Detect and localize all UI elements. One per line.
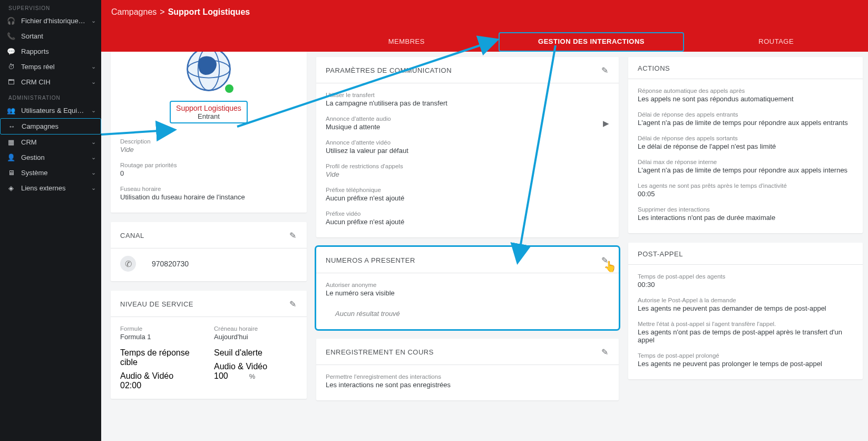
- sidebar-item-label: Fichier d'historique des in…: [21, 17, 86, 25]
- recording-card: ENREGISTREMENT EN COURS ✎ Permettre l'en…: [316, 339, 619, 400]
- value-priority-routing: 0: [120, 169, 297, 177]
- tabs: MEMBRES GESTION DES INTERACTIONS ROUTAGE: [315, 32, 868, 52]
- sidebar-icon: 👥: [6, 107, 16, 114]
- comm-title: PARAMÈTRES DE COMMUNICATION: [326, 66, 598, 74]
- channel-edit-icon[interactable]: ✎: [286, 229, 299, 242]
- numbers-card: NUMEROS A PRESENTER ✎ 👆 Autoriser anonym…: [316, 247, 619, 329]
- header-bar: Campagnes > Support Logistiques MEMBRES …: [101, 0, 868, 52]
- tab-membres[interactable]: MEMBRES: [315, 32, 499, 52]
- status-dot-active: [223, 83, 235, 94]
- value-acw-ondemand: Les agents ne peuvent pas demander de te…: [638, 304, 853, 312]
- value-outbound-delay: Le délai de réponse de l'appel n'est pas…: [638, 142, 853, 150]
- sidebar-icon: ▦: [6, 138, 16, 146]
- label-acw-extend: Temps de post-appel prolongé: [638, 352, 853, 359]
- value-delete-interactions: Les interactions n'ont pas de durée maxi…: [638, 214, 853, 222]
- label-description: Description: [120, 138, 297, 145]
- sidebar-section-administration: ADMINISTRATION: [0, 90, 101, 103]
- service-edit-icon[interactable]: ✎: [286, 298, 299, 310]
- sidebar-item-fichier-d-historique-des-in[interactable]: 🎧Fichier d'historique des in…⌄: [0, 13, 101, 28]
- sidebar-item-rapports[interactable]: 💬Rapports: [0, 44, 101, 59]
- summary-card: ⟳ ✎ ⋮: [111, 52, 307, 213]
- campaign-direction: Entrant: [176, 112, 241, 120]
- label-inbound-delay: Délai de réponse des appels entrants: [638, 111, 853, 118]
- campaign-avatar: [111, 52, 307, 98]
- chevron-down-icon: ⌄: [91, 79, 96, 85]
- sidebar-item-crm-cih[interactable]: 🗔CRM CIH⌄: [0, 74, 101, 90]
- breadcrumb-sep: >: [160, 7, 164, 17]
- label-delete-interactions: Supprimer des interactions: [638, 206, 853, 213]
- sidebar-item-syst-me[interactable]: 🖥Système⌄: [0, 165, 101, 180]
- sidebar-item-label: Système: [21, 169, 86, 177]
- channel-number: 970820730: [152, 260, 189, 268]
- value-formula: Formula 1: [120, 333, 203, 341]
- label-auto-answer: Réponse automatique des appels après: [638, 88, 853, 94]
- value-restriction-profile: Vide: [326, 170, 609, 178]
- sidebar-item-label: CRM: [21, 138, 86, 146]
- sidebar-item-label: Liens externes: [21, 184, 86, 192]
- label-timezone: Fuseau horaire: [120, 186, 297, 192]
- play-icon[interactable]: ▶: [603, 119, 609, 128]
- sidebar: SUPERVISION 🎧Fichier d'historique des in…: [0, 0, 101, 441]
- service-level-card: NIVEAU DE SERVICE ✎ Formule Formula 1 Cr…: [111, 291, 307, 399]
- campaign-name: Support Logistiques: [176, 104, 241, 112]
- service-title: NIVEAU DE SERVICE: [120, 300, 286, 308]
- channel-card: CANAL ✎ ✆ 970820730: [111, 222, 307, 281]
- phone-icon: ✆: [120, 256, 136, 272]
- actions-card: ACTIONS Réponse automatique des appels a…: [628, 57, 863, 233]
- sidebar-item-label: Temps réel: [21, 63, 86, 71]
- value-idle-notready: 00:05: [638, 190, 853, 198]
- numbers-title: NUMEROS A PRESENTER: [326, 256, 598, 264]
- value-inbound-delay: L'agent n'a pas de limite de temps pour …: [638, 119, 853, 127]
- label-timeslot: Créneau horaire: [214, 325, 297, 332]
- sidebar-icon: ◈: [6, 184, 16, 192]
- communication-params-card: PARAMÈTRES DE COMMUNICATION ✎ Utiliser l…: [316, 57, 619, 237]
- numbers-empty-result: Aucun résultat trouvé: [316, 300, 619, 329]
- sidebar-icon: ⏱: [6, 63, 16, 71]
- sidebar-icon: 🎧: [6, 17, 16, 25]
- label-allow-recording: Permettre l'enregistrement des interacti…: [326, 373, 609, 380]
- value-target-response: 02:00: [120, 381, 203, 390]
- label-idle-notready: Les agents ne sont pas prêts après le te…: [638, 183, 853, 189]
- chevron-down-icon: ⌄: [91, 139, 96, 146]
- percent-symbol: %: [249, 372, 259, 380]
- label-use-transfer: Utiliser le transfert: [326, 92, 609, 98]
- label-alert-av: Audio & Vidéo: [214, 362, 297, 371]
- value-audio-hold: Musique d attente: [326, 123, 391, 131]
- main: Campagnes > Support Logistiques MEMBRES …: [101, 0, 868, 441]
- sidebar-item-utilisateurs-equipes[interactable]: 👥Utilisateurs & Equipes⌄: [0, 103, 101, 118]
- label-alert-threshold: Seuil d'alerte: [214, 348, 297, 358]
- sidebar-icon: 💬: [6, 47, 16, 55]
- recording-edit-icon[interactable]: ✎: [598, 346, 611, 358]
- label-video-prefix: Préfixe vidéo: [326, 210, 609, 217]
- sidebar-item-label: CRM CIH: [21, 78, 86, 86]
- sidebar-item-temps-r-el[interactable]: ⏱Temps réel⌄: [0, 59, 101, 74]
- sidebar-item-label: Campagnes: [22, 122, 95, 130]
- sidebar-item-sortant[interactable]: 📞Sortant: [0, 28, 101, 44]
- sidebar-item-liens-externes[interactable]: ◈Liens externes⌄: [0, 180, 101, 196]
- postcall-title: POST-APPEL: [638, 250, 855, 258]
- tab-routage[interactable]: ROUTAGE: [684, 32, 868, 52]
- sidebar-item-crm[interactable]: ▦CRM⌄: [0, 135, 101, 150]
- breadcrumb-root[interactable]: Campagnes: [111, 7, 157, 17]
- comm-edit-icon[interactable]: ✎: [598, 64, 611, 76]
- value-phone-prefix: Aucun préfixe n'est ajouté: [326, 194, 609, 202]
- label-video-hold: Annonce d'attente vidéo: [326, 139, 609, 146]
- campaign-name-box: Support Logistiques Entrant: [170, 101, 248, 123]
- sidebar-item-gestion[interactable]: 👤Gestion⌄: [0, 150, 101, 165]
- sidebar-icon: 👤: [6, 154, 16, 161]
- tab-gestion-interactions[interactable]: GESTION DES INTERACTIONS: [499, 32, 685, 52]
- sidebar-item-campagnes[interactable]: ↔Campagnes: [0, 118, 101, 135]
- cursor-hand-icon: 👆: [603, 260, 617, 273]
- label-restriction-profile: Profil de restrictions d'appels: [326, 163, 609, 169]
- postcall-card: POST-APPEL Temps de post-appel des agent…: [628, 243, 863, 379]
- chevron-down-icon: ⌄: [91, 17, 96, 24]
- label-internal-delay: Délai max de réponse interne: [638, 159, 853, 165]
- label-allow-anon: Autoriser anonyme: [326, 282, 609, 288]
- chevron-down-icon: ⌄: [91, 107, 96, 114]
- value-timeslot: Aujourd'hui: [214, 333, 297, 341]
- numbers-edit-icon[interactable]: ✎ 👆: [598, 254, 611, 266]
- value-auto-answer: Les appels ne sont pas répondus automati…: [638, 95, 853, 103]
- value-alert-threshold: 100: [214, 371, 228, 381]
- label-priority-routing: Routage par priorités: [120, 162, 297, 168]
- value-video-hold: Utilisez la valeur par défaut: [326, 147, 609, 155]
